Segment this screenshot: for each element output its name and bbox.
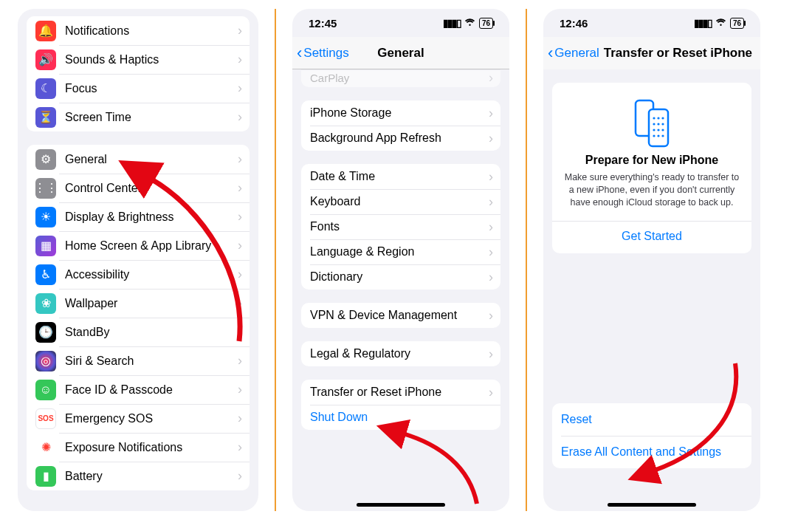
settings-row-transfer-or-reset-iphone[interactable]: Transfer or Reset iPhone› xyxy=(301,380,500,405)
settings-row-home-screen-app-library[interactable]: ▦Home Screen & App Library› xyxy=(27,231,250,260)
reset-actions-container: ResetErase All Content and Settings xyxy=(543,390,760,482)
nav-title: Transfer or Reset iPhone xyxy=(599,46,760,61)
settings-row-vpn-device-management[interactable]: VPN & Device Management› xyxy=(301,303,500,328)
row-label: iPhone Storage xyxy=(310,106,489,120)
general-group-date: Date & Time›Keyboard›Fonts›Language & Re… xyxy=(301,164,500,290)
settings-row-background-app-refresh[interactable]: Background App Refresh› xyxy=(301,126,500,151)
row-label: Notifications xyxy=(65,24,238,38)
brightness-icon: ☀ xyxy=(35,207,56,227)
row-label: Exposure Notifications xyxy=(65,441,238,454)
sos-icon: SOS xyxy=(35,408,56,429)
row-label: Transfer or Reset iPhone xyxy=(310,386,489,399)
home-indicator[interactable] xyxy=(608,503,696,507)
chevron-right-icon: › xyxy=(489,106,493,121)
orange-divider-1 xyxy=(275,9,276,511)
row-label: Keyboard xyxy=(310,195,489,208)
chevron-right-icon: › xyxy=(238,324,242,340)
chevron-left-icon: ‹ xyxy=(548,45,553,61)
settings-row-dictionary[interactable]: Dictionary› xyxy=(301,264,500,290)
settings-row-exposure-notifications[interactable]: ✺Exposure Notifications› xyxy=(27,433,250,462)
svg-point-2 xyxy=(653,117,655,119)
nav-back-button[interactable]: ‹ Settings xyxy=(292,45,349,61)
chevron-right-icon: › xyxy=(238,209,242,225)
chevron-right-icon: › xyxy=(489,131,493,146)
row-label: General xyxy=(65,153,238,166)
general-group-reset: Transfer or Reset iPhone›Shut Down xyxy=(301,380,500,430)
status-bar: 12:46 ▮▮▮▯ 76 xyxy=(543,9,760,37)
chevron-right-icon: › xyxy=(489,219,493,235)
status-icons: ▮▮▮▯ 76 xyxy=(694,18,744,29)
settings-row-face-id-passcode[interactable]: ☺Face ID & Passcode› xyxy=(27,375,250,404)
status-icons: ▮▮▮▯ 76 xyxy=(443,18,493,29)
settings-group-general: ⚙General›⋮⋮Control Center›☀Display & Bri… xyxy=(27,145,250,490)
chevron-right-icon: › xyxy=(489,70,493,86)
row-label: Display & Brightness xyxy=(65,210,238,224)
settings-row-display-brightness[interactable]: ☀Display & Brightness› xyxy=(27,202,250,231)
settings-row-accessibility[interactable]: ♿︎Accessibility› xyxy=(27,260,250,289)
settings-row-iphone-storage[interactable]: iPhone Storage› xyxy=(301,100,500,126)
phone-3-transfer-reset: 12:46 ▮▮▮▯ 76 ‹ General Transfer or Rese… xyxy=(543,9,760,511)
row-label: Background App Refresh xyxy=(310,131,489,145)
chevron-right-icon: › xyxy=(238,81,242,96)
svg-point-11 xyxy=(653,134,655,137)
status-bar: 12:45 ▮▮▮▯ 76 xyxy=(292,9,509,37)
settings-row-language-region[interactable]: Language & Region› xyxy=(301,239,500,264)
svg-point-13 xyxy=(661,134,664,137)
svg-rect-1 xyxy=(649,109,668,146)
row-label: Emergency SOS xyxy=(65,412,238,425)
settings-row-control-center[interactable]: ⋮⋮Control Center› xyxy=(27,174,250,202)
prepare-card-title: Prepare for New iPhone xyxy=(562,154,741,167)
settings-row-erase-all-content-and-settings[interactable]: Erase All Content and Settings xyxy=(552,436,751,468)
settings-row-emergency-sos[interactable]: SOSEmergency SOS› xyxy=(27,404,250,433)
row-label: Fonts xyxy=(310,220,489,233)
chevron-right-icon: › xyxy=(238,295,242,311)
row-label: Accessibility xyxy=(65,268,238,281)
homescreen-icon: ▦ xyxy=(35,236,56,256)
two-iphones-icon xyxy=(630,96,674,148)
settings-row-reset[interactable]: Reset xyxy=(552,403,751,436)
settings-row-wallpaper[interactable]: ❀Wallpaper› xyxy=(27,289,250,318)
settings-row-date-time[interactable]: Date & Time› xyxy=(301,164,500,189)
nav-bar: ‹ Settings General xyxy=(292,37,509,69)
chevron-right-icon: › xyxy=(489,169,493,185)
settings-row-screen-time[interactable]: ⏳Screen Time› xyxy=(27,103,250,131)
battery-icon: ▮ xyxy=(35,466,56,487)
chevron-right-icon: › xyxy=(238,238,242,253)
chevron-right-icon: › xyxy=(238,180,242,196)
chevron-right-icon: › xyxy=(489,270,493,285)
home-indicator[interactable] xyxy=(357,503,445,507)
row-label: Sounds & Haptics xyxy=(65,53,238,66)
get-started-button[interactable]: Get Started xyxy=(562,221,741,243)
arrow-annotation-2 xyxy=(381,422,499,511)
reset-actions-group: ResetErase All Content and Settings xyxy=(552,403,751,468)
settings-row-fonts[interactable]: Fonts› xyxy=(301,214,500,239)
chevron-right-icon: › xyxy=(238,109,242,125)
settings-row-siri-search[interactable]: ◎Siri & Search› xyxy=(27,346,250,375)
general-group-vpn: VPN & Device Management› xyxy=(301,303,500,328)
row-label: Face ID & Passcode xyxy=(65,383,238,397)
chevron-right-icon: › xyxy=(238,382,242,397)
row-label: Shut Down xyxy=(310,411,493,424)
nav-bar: ‹ General Transfer or Reset iPhone xyxy=(543,37,760,69)
phone-2-general: 12:45 ▮▮▮▯ 76 ‹ Settings General CarPlay… xyxy=(292,9,509,511)
svg-point-7 xyxy=(661,123,664,125)
chevron-right-icon: › xyxy=(489,194,493,210)
settings-row-legal-regulatory[interactable]: Legal & Regulatory› xyxy=(301,341,500,366)
settings-row-sounds-haptics[interactable]: 🔊Sounds & Haptics› xyxy=(27,45,250,74)
accessibility-icon: ♿︎ xyxy=(35,264,56,285)
phone-1-settings: 🔔Notifications›🔊Sounds & Haptics›☾Focus›… xyxy=(18,9,258,511)
svg-point-10 xyxy=(661,129,664,131)
settings-row-general[interactable]: ⚙General› xyxy=(27,145,250,174)
settings-row-standby[interactable]: 🕒StandBy› xyxy=(27,318,250,346)
moon-icon: ☾ xyxy=(35,78,56,99)
settings-row-shut-down[interactable]: Shut Down xyxy=(301,405,500,430)
settings-row-carplay[interactable]: CarPlay › xyxy=(301,70,500,87)
svg-point-9 xyxy=(657,129,659,131)
nav-back-button[interactable]: ‹ General xyxy=(543,45,599,61)
row-label: Language & Region xyxy=(310,245,489,258)
chevron-right-icon: › xyxy=(238,468,242,484)
settings-row-keyboard[interactable]: Keyboard› xyxy=(301,189,500,214)
settings-row-battery[interactable]: ▮Battery› xyxy=(27,462,250,490)
settings-row-focus[interactable]: ☾Focus› xyxy=(27,74,250,103)
settings-row-notifications[interactable]: 🔔Notifications› xyxy=(27,16,250,45)
